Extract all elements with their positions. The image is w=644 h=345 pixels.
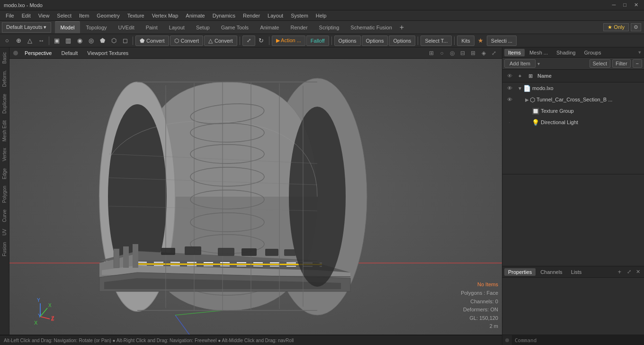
toolbar-icon-4[interactable]: ↔ [36,36,46,46]
options-button-2[interactable]: Options [362,36,388,46]
toolbar-icon-10[interactable]: ⬡ [108,36,119,46]
options-button-1[interactable]: Options [334,36,361,46]
perspective-label[interactable]: Perspective [22,50,54,56]
add-col-icon[interactable]: + [515,71,525,81]
toolbar-icon-rot[interactable]: ↻ [256,36,267,46]
sidebar-tab-edge[interactable]: Edge [1,165,8,182]
select-t-button[interactable]: Select T... [420,36,452,46]
sidebar-tab-vertex[interactable]: Vertex [1,145,8,164]
list-item[interactable]: · 💡 Directional Light [502,117,644,128]
panel-tab-mesh[interactable]: Mesh ... [526,49,552,56]
layout-tab-layout[interactable]: Layout [163,21,190,33]
menu-item-help[interactable]: Help [312,12,331,19]
add-tab-button[interactable]: + [398,23,406,32]
toolbar-icon-star[interactable]: ★ [475,36,486,46]
toolbar-icon-move[interactable]: ⤢ [242,36,255,46]
layout-tab-paint[interactable]: Paint [140,21,163,33]
menu-item-file[interactable]: File [2,12,18,19]
props-tab-properties[interactable]: Properties [504,268,536,276]
vp-ctrl-camera[interactable]: ⊟ [458,49,467,57]
props-tab-channels[interactable]: Channels [537,268,566,276]
command-input[interactable] [512,335,644,345]
sidebar-tab-duplicate[interactable]: Duplicate [1,91,8,117]
menu-item-edit[interactable]: Edit [18,12,35,19]
viewport-menu-dot[interactable] [13,51,18,55]
only-button[interactable]: ★ Only [603,23,629,31]
convert-button-2[interactable]: ⬡Convert [170,36,204,46]
layout-tab-topology[interactable]: Topology [80,21,112,33]
add-item-button[interactable]: Add Item [504,59,536,68]
viewport-textures-label[interactable]: Viewport Textures [84,50,131,56]
sidebar-tab-fusion[interactable]: Fusion [1,239,8,259]
vp-ctrl-expand[interactable]: ⤢ [490,49,498,57]
props-expand-button[interactable]: ⤢ [625,268,633,276]
viewport[interactable]: Perspective Default Viewport Textures ⊞ … [9,47,502,335]
maximize-button[interactable]: □ [621,1,628,9]
sidebar-tab-polygon[interactable]: Polygon [1,183,8,206]
toolbar-icon-9[interactable]: ⬟ [97,36,107,46]
props-add-button[interactable]: + [615,267,624,276]
menu-item-system[interactable]: System [287,12,312,19]
convert-button-3[interactable]: △Convert [204,36,237,46]
list-item[interactable]: 👁 ▶ ⬡ Tunnel_Car_Cross_Section_B ... [502,94,644,105]
sidebar-tab-mesh-edit[interactable]: Mesh Edit [1,118,8,144]
menu-item-texture[interactable]: Texture [124,12,148,19]
toolbar-icon-6[interactable]: ▥ [63,36,73,46]
filter-button[interactable]: Filter [612,59,630,68]
gear-button[interactable]: ⚙ [631,23,641,31]
menu-item-view[interactable]: View [35,12,54,19]
layout-tab-game-tools[interactable]: Game Tools [215,21,255,33]
minimize-button[interactable]: ─ [610,1,618,9]
sidebar-tab-uv[interactable]: UV [1,226,8,238]
convert-button-1[interactable]: ⬟Convert [135,36,169,46]
vp-ctrl-wireframe[interactable]: ○ [438,49,446,57]
menu-item-geometry[interactable]: Geometry [93,12,123,19]
toolbar-icon-5[interactable]: ▣ [52,36,62,46]
kits-button[interactable]: Kits [457,36,474,46]
menu-item-layout[interactable]: Layout [264,12,287,19]
layout-dropdown[interactable]: Default Layouts ▾ [2,22,51,33]
menu-item-item[interactable]: Item [75,12,93,19]
menu-item-select[interactable]: Select [53,12,75,19]
eye-icon[interactable]: 👁 [504,94,515,105]
vp-ctrl-grid[interactable]: ⊞ [427,49,436,57]
sidebar-tab-deform[interactable]: Deform. [1,67,8,90]
toolbar-icon-11[interactable]: ◻ [120,36,130,46]
selecti-button[interactable]: Selecti ... [487,36,517,46]
toolbar-icon-7[interactable]: ◉ [74,36,85,46]
toolbar-icon-8[interactable]: ◎ [86,36,96,46]
toolbar-icon-1[interactable]: ○ [2,36,12,46]
tree-arrow[interactable]: ▼ [517,86,523,91]
menu-item-render[interactable]: Render [239,12,264,19]
menu-item-vertex-map[interactable]: Vertex Map [148,12,182,19]
default-label[interactable]: Default [58,50,80,56]
close-button[interactable]: ✕ [632,1,640,9]
options-col-icon[interactable]: ⊞ [525,71,536,81]
tree-arrow[interactable]: ▶ [524,97,530,102]
select-button[interactable]: Select [590,59,611,68]
menu-item-animate[interactable]: Animate [182,12,208,19]
layout-tab-model[interactable]: Model [55,21,80,33]
panel-tabs-chevron[interactable]: ▾ [637,48,642,56]
panel-tab-groups[interactable]: Groups [580,49,605,56]
layout-tab-animate[interactable]: Animate [254,21,285,33]
list-item[interactable]: 👁 ▼ 📄 modo.lxo [502,82,644,94]
falloff-button[interactable]: Falloff [306,36,329,46]
toolbar-icon-2[interactable]: ⊕ [13,36,24,46]
vp-ctrl-lock[interactable]: ◈ [479,49,488,57]
menu-item-dynamics[interactable]: Dynamics [209,12,239,19]
props-close-button[interactable]: ✕ [634,268,642,276]
layout-tab-scripting[interactable]: Scripting [313,21,345,33]
vp-ctrl-layers[interactable]: ⊞ [469,49,477,57]
panel-tab-items[interactable]: Items [504,49,525,56]
sidebar-tab-basic[interactable]: Basic [1,49,8,66]
layout-tab-render[interactable]: Render [285,21,313,33]
toolbar-icon-3[interactable]: △ [25,36,35,46]
options-button-3[interactable]: Options [389,36,415,46]
layout-tab-schematic-fusion[interactable]: Schematic Fusion [345,21,397,33]
eye-icon[interactable]: 👁 [504,83,515,93]
action-button[interactable]: ▶ Action ... [272,36,305,46]
sidebar-tab-curve[interactable]: Curve [1,207,8,225]
minus-button[interactable]: − [633,59,642,68]
list-item[interactable]: · 🔲 Texture Group [502,105,644,117]
